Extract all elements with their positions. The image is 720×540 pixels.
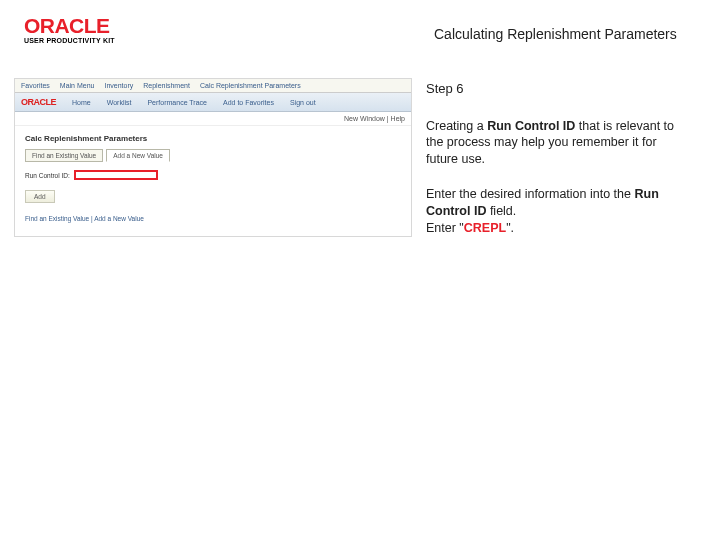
bold-text: Run Control ID: [487, 119, 575, 133]
logo-subtitle: USER PRODUCTIVITY KIT: [24, 37, 174, 44]
mini-oracle-logo: ORACLE: [21, 97, 56, 107]
crumb: Replenishment: [143, 82, 190, 89]
page-header: ORACLE USER PRODUCTIVITY KIT Calculating…: [0, 0, 720, 52]
entry-value: CREPL: [464, 221, 506, 235]
logo-block: ORACLE USER PRODUCTIVITY KIT: [24, 16, 174, 44]
run-control-input[interactable]: [74, 170, 158, 180]
step-label: Step 6: [426, 80, 682, 98]
oracle-logo: ORACLE: [24, 16, 182, 36]
text: ".: [506, 221, 514, 235]
crumb: Favorites: [21, 82, 50, 89]
brand-nav: Performance Trace: [147, 99, 207, 106]
tab-add[interactable]: Add a New Value: [106, 149, 170, 162]
screenshot-heading: Calc Replenishment Parameters: [25, 134, 401, 143]
breadcrumb: Favorites Main Menu Inventory Replenishm…: [15, 79, 411, 93]
screenshot-footer-links: Find an Existing Value | Add a New Value: [25, 215, 401, 222]
brand-nav: Worklist: [107, 99, 132, 106]
crumb: Inventory: [104, 82, 133, 89]
window-links: New Window | Help: [15, 112, 411, 126]
text: Enter ": [426, 221, 464, 235]
text: Enter the desired information into the: [426, 187, 634, 201]
field-row: Run Control ID:: [25, 170, 401, 180]
instruction-p2: Enter the desired information into the R…: [426, 186, 682, 237]
add-button[interactable]: Add: [25, 190, 55, 203]
brand-bar: ORACLE Home Worklist Performance Trace A…: [15, 93, 411, 112]
run-control-label: Run Control ID:: [25, 172, 70, 179]
crumb: Calc Replenishment Parameters: [200, 82, 301, 89]
brand-nav: Add to Favorites: [223, 99, 274, 106]
tab-strip: Find an Existing Value Add a New Value: [25, 149, 401, 162]
screenshot-body: Calc Replenishment Parameters Find an Ex…: [15, 126, 411, 236]
crumb: Main Menu: [60, 82, 95, 89]
page-title: Calculating Replenishment Parameters: [434, 26, 700, 42]
content-row: Favorites Main Menu Inventory Replenishm…: [0, 52, 720, 255]
brand-nav: Sign out: [290, 99, 316, 106]
brand-nav: Home: [72, 99, 91, 106]
text: field.: [486, 204, 516, 218]
instruction-p1: Creating a Run Control ID that is releva…: [426, 118, 682, 169]
text: Creating a: [426, 119, 487, 133]
tab-find[interactable]: Find an Existing Value: [25, 149, 103, 162]
title-block: Calculating Replenishment Parameters: [174, 16, 700, 42]
app-screenshot: Favorites Main Menu Inventory Replenishm…: [14, 78, 412, 237]
instruction-panel: Step 6 Creating a Run Control ID that is…: [426, 78, 682, 255]
